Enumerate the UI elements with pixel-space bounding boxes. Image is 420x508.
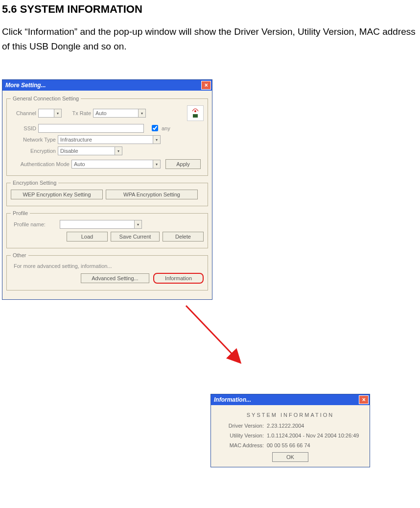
wireless-icon xyxy=(187,105,204,121)
chevron-down-icon[interactable]: ▾ xyxy=(115,147,122,155)
mac-address-row: MAC Address: 00 00 55 66 66 74 xyxy=(215,442,366,448)
mac-address-value: 00 00 55 66 66 74 xyxy=(267,442,310,448)
encryption-select[interactable]: Disable ▾ xyxy=(58,146,122,155)
any-label: any xyxy=(162,125,170,131)
save-current-button[interactable]: Save Current xyxy=(111,232,160,242)
titlebar: More Setting... × xyxy=(2,80,212,91)
ssid-input[interactable] xyxy=(38,124,144,133)
mac-address-label: MAC Address: xyxy=(220,442,264,448)
driver-version-label: Driver Version: xyxy=(220,423,264,429)
encryption-setting-group: Encryption Setting WEP Encryption Key Se… xyxy=(6,180,208,206)
txrate-label: Tx Rate xyxy=(67,110,91,116)
group-legend: General Connection Setting xyxy=(11,96,81,101)
apply-button[interactable]: Apply xyxy=(165,159,201,169)
profile-group: Profile Profile name: ▾ Load Save Curren… xyxy=(6,210,208,248)
svg-point-1 xyxy=(194,110,196,112)
general-connection-group: General Connection Setting Channel ▾ Tx … xyxy=(6,96,208,176)
information-button[interactable]: Information xyxy=(153,273,204,284)
profile-name-select[interactable]: ▾ xyxy=(60,220,142,229)
channel-select: ▾ xyxy=(38,109,62,118)
chevron-down-icon[interactable]: ▾ xyxy=(138,109,145,117)
group-legend: Encryption Setting xyxy=(11,180,58,186)
ssid-label: SSID xyxy=(11,125,36,131)
intro-paragraph: Click “Information” and the pop-up windo… xyxy=(2,24,418,54)
encryption-label: Encryption xyxy=(11,148,56,154)
any-checkbox[interactable] xyxy=(152,125,158,131)
network-type-select[interactable]: Infrastructure ▾ xyxy=(58,135,161,144)
titlebar: Information... × xyxy=(211,394,370,405)
advanced-setting-button[interactable]: Advanced Setting... xyxy=(81,273,149,283)
window-content: SYSTEM INFORMATION Driver Version: 2.23.… xyxy=(211,405,370,467)
close-icon[interactable]: × xyxy=(359,395,369,404)
window-content: General Connection Setting Channel ▾ Tx … xyxy=(2,91,212,299)
information-window: Information... × SYSTEM INFORMATION Driv… xyxy=(210,394,370,467)
utility-version-label: Utility Version: xyxy=(220,433,264,438)
txrate-select[interactable]: Auto ▾ xyxy=(93,109,146,118)
channel-label: Channel xyxy=(11,110,36,116)
encryption-value: Disable xyxy=(58,148,115,154)
chevron-down-icon[interactable]: ▾ xyxy=(153,136,160,144)
window-title: Information... xyxy=(214,396,251,403)
delete-button[interactable]: Delete xyxy=(163,232,204,242)
driver-version-value: 2.23.1222.2004 xyxy=(267,423,304,429)
auth-mode-select[interactable]: Auto ▾ xyxy=(71,160,161,169)
profile-name-label: Profile name: xyxy=(11,221,58,227)
svg-rect-0 xyxy=(193,114,198,118)
wep-setting-button[interactable]: WEP Encryption Key Setting xyxy=(11,190,103,199)
arrow-icon xyxy=(181,301,250,371)
svg-line-2 xyxy=(186,306,237,360)
txrate-value: Auto xyxy=(93,110,138,116)
chevron-down-icon: ▾ xyxy=(54,109,61,117)
ok-button[interactable]: OK xyxy=(272,452,308,462)
system-information-title: SYSTEM INFORMATION xyxy=(215,412,366,418)
network-type-value: Infrastructure xyxy=(58,137,153,143)
more-setting-window: More Setting... × General Connection Set… xyxy=(2,79,212,300)
driver-version-row: Driver Version: 2.23.1222.2004 xyxy=(215,423,366,429)
network-type-label: Network Type xyxy=(11,137,56,143)
group-legend: Profile xyxy=(11,210,30,216)
window-title: More Setting... xyxy=(5,82,46,89)
chevron-down-icon[interactable]: ▾ xyxy=(134,220,141,228)
group-legend: Other xyxy=(11,252,28,258)
section-heading: 5.6 SYSTEM INFORMATION xyxy=(2,3,418,16)
wpa-setting-button[interactable]: WPA Encryption Setting xyxy=(106,190,198,199)
utility-version-value: 1.0.1124.2004 - Nov 24 2004 10:26:49 xyxy=(267,433,359,438)
close-icon[interactable]: × xyxy=(201,81,211,90)
load-button[interactable]: Load xyxy=(67,232,108,242)
row-channel-txrate: Channel ▾ Tx Rate Auto ▾ xyxy=(11,105,204,121)
other-group: Other For more advanced setting, informa… xyxy=(6,252,208,290)
utility-version-row: Utility Version: 1.0.1124.2004 - Nov 24 … xyxy=(215,433,366,438)
auth-mode-label: Authentication Mode xyxy=(11,161,70,167)
other-desc: For more advanced setting, information..… xyxy=(11,262,204,273)
auth-mode-value: Auto xyxy=(72,161,153,167)
chevron-down-icon[interactable]: ▾ xyxy=(153,160,160,168)
